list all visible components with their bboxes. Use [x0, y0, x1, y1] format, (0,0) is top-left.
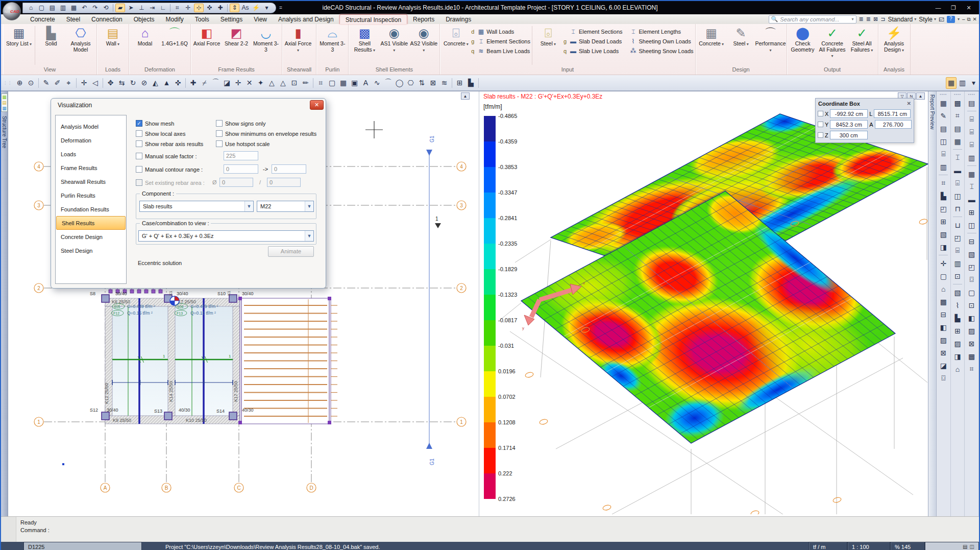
tool-icon-11[interactable]: ⇆: [116, 77, 127, 89]
side-icon-1-9[interactable]: ⊓: [951, 202, 964, 215]
tool-icon-8[interactable]: ◁: [90, 77, 101, 89]
help-icon[interactable]: ?: [947, 16, 955, 23]
side-icon-1-15[interactable]: ⊡: [951, 270, 964, 282]
side-icon-1-6[interactable]: ▬: [951, 164, 964, 177]
side-icon-2-15[interactable]: ◰: [966, 260, 978, 273]
status-scale-cell[interactable]: 1 : 100: [847, 542, 890, 550]
pane-button[interactable]: ▲: [461, 92, 470, 100]
side-icon-0-3[interactable]: ◫: [937, 135, 949, 148]
side-icon-1-19[interactable]: ▙: [951, 312, 964, 324]
side-icon-1-8[interactable]: ◫: [951, 189, 964, 202]
status-icon[interactable]: ◫: [970, 544, 974, 549]
x-coordinate-field[interactable]: -992.92 cm: [830, 109, 868, 118]
report-preview-tab[interactable]: Report Preview: [928, 91, 936, 516]
ribbon-item-concrete[interactable]: ▦Concrete ▾: [697, 25, 726, 47]
tool-icon-12[interactable]: ↻: [128, 77, 138, 89]
dialog-list-item-analysis-model[interactable]: Analysis Model: [56, 119, 126, 133]
side-icon-2-0[interactable]: ▤: [966, 97, 978, 109]
side-icon-2-22[interactable]: ▩: [966, 350, 978, 363]
node-snap-icon[interactable]: ✛: [183, 4, 193, 12]
menu-tab-view[interactable]: View: [248, 14, 273, 24]
minimize-button[interactable]: —: [931, 3, 945, 12]
ribbon-item-beam-live-loads[interactable]: q≋Beam Live Loads: [471, 46, 530, 56]
status-zoom-cell[interactable]: % 145: [890, 542, 925, 550]
grid-snap-icon[interactable]: ⌗: [173, 4, 182, 12]
side-icon-1-18[interactable]: ⌇: [951, 299, 964, 312]
ribbon-item-wall[interactable]: ▤Wall ▾: [99, 25, 127, 47]
save-all-icon[interactable]: ▦: [69, 4, 79, 12]
tool-right-icon-1[interactable]: ▥: [957, 77, 968, 89]
home-icon[interactable]: ⌂: [26, 4, 36, 12]
menu-tab-reports[interactable]: Reports: [407, 14, 440, 24]
ribbon-item-steel[interactable]: ✎Steel ▾: [727, 25, 755, 47]
contour-min-input[interactable]: 0: [224, 164, 258, 174]
manual-scale-input[interactable]: 225: [224, 151, 258, 160]
mdi-button[interactable]: ✕: [973, 16, 977, 22]
mdi-button[interactable]: ⧉: [967, 16, 970, 22]
rebar-area-input[interactable]: 0: [219, 178, 253, 187]
ribbon-item-analysis-design[interactable]: ⚡Analysis Design ▾: [880, 25, 909, 53]
side-icon-2-16[interactable]: ⌼: [966, 273, 978, 286]
side-icon-0-7[interactable]: ⌗: [937, 177, 949, 189]
menu-tab-settings[interactable]: Settings: [215, 14, 248, 24]
side-icon-2-14[interactable]: ▧: [966, 248, 978, 260]
menu-tab-analysis-and-design[interactable]: Analysis and Design: [273, 14, 339, 24]
select-icon[interactable]: ➤: [126, 4, 136, 12]
render-style-icon[interactable]: 🗠: [939, 16, 944, 22]
elevation-icon[interactable]: ⇕: [230, 4, 239, 12]
tool-icon-20[interactable]: ⌒: [210, 77, 221, 89]
ribbon-item-slab-live-loads[interactable]: q▬Slab Live Loads: [564, 46, 623, 56]
tool-icon-1[interactable]: ⊙: [26, 77, 36, 89]
side-icon-2-21[interactable]: ⊠: [966, 337, 978, 350]
tool-right-icon-0[interactable]: ▦: [946, 77, 957, 89]
menu-tab-modify[interactable]: Modify: [160, 14, 189, 24]
tool-icon-43[interactable]: ⊞: [454, 77, 465, 89]
snap-mid-icon[interactable]: ✚: [215, 4, 225, 12]
tool-icon-5[interactable]: ⌖: [63, 77, 74, 89]
tool-icon-19[interactable]: ⌿: [199, 77, 210, 89]
ribbon-item-concrete[interactable]: ⌻Concrete ▾: [442, 25, 470, 47]
extend-icon[interactable]: ⇥: [148, 4, 157, 12]
ribbon-item-element-lengths[interactable]: ⌶Element Lengths: [624, 27, 694, 36]
structure-tree-tab[interactable]: ▦▤▦ Structure Tree: [1, 91, 8, 516]
tool-icon-34[interactable]: A: [360, 77, 371, 89]
manual-contour-checkbox[interactable]: Manual contour range :: [136, 166, 203, 173]
checkbox-show-local-axes[interactable]: Show local axes: [136, 130, 186, 137]
corner-icon[interactable]: ∟: [158, 4, 168, 12]
door-icon[interactable]: ⊐: [880, 16, 885, 22]
tool-icon-26[interactable]: △: [278, 77, 288, 89]
ribbon-collapse-icon[interactable]: =: [279, 5, 282, 11]
redo-icon[interactable]: ↷: [90, 4, 100, 12]
ribbon-item-as1-visible[interactable]: ◉AS1 Visible ▾: [380, 25, 408, 53]
ribbon-item-wall-loads[interactable]: d▦Wall Loads: [471, 27, 530, 36]
tool-icon-38[interactable]: ⎔: [405, 77, 416, 89]
component-select[interactable]: Slab results▼: [139, 201, 254, 212]
tool-icon-14[interactable]: ◭: [150, 77, 161, 89]
dialog-list-item-concrete-design[interactable]: Concrete Design: [56, 230, 126, 244]
restore-button[interactable]: ❐: [946, 3, 961, 12]
dialog-list-item-shell-results[interactable]: Shell Results: [56, 216, 126, 230]
menu-tab-objects[interactable]: Objects: [128, 14, 160, 24]
ribbon-item-slab-dead-loads[interactable]: g▬Slab Dead Loads: [564, 37, 623, 46]
app-logo[interactable]: ideCAD: [3, 2, 21, 20]
layers-icon[interactable]: ≣: [859, 16, 864, 22]
side-icon-2-13[interactable]: ⊟: [966, 235, 978, 248]
ribbon-item-shell-results[interactable]: ▩Shell Results ▾: [350, 25, 379, 53]
side-icon-0-16[interactable]: ⌂: [937, 282, 949, 295]
side-icon-2-20[interactable]: ▨: [966, 324, 978, 337]
tool-icon-10[interactable]: ✥: [105, 77, 116, 89]
snap-lock-icon[interactable]: ⊹: [194, 4, 204, 12]
tool-icon-35[interactable]: ∿: [372, 77, 382, 89]
side-icon-2-9[interactable]: ▬: [966, 193, 978, 206]
ribbon-item-moment-3-3[interactable]: ◡Moment 3-3: [252, 25, 280, 53]
side-icon-2-3[interactable]: ⌸: [966, 126, 978, 138]
ribbon-item-performance[interactable]: ⌒Performance ▾: [756, 25, 785, 53]
side-icon-2-19[interactable]: ◧: [966, 312, 978, 324]
ribbon-item-story-list[interactable]: ▦Story List ▾: [5, 25, 33, 47]
tool-icon-36[interactable]: ⌒: [383, 77, 394, 89]
tool-icon-3[interactable]: ✎: [41, 77, 52, 89]
tool-icon-7[interactable]: ✛: [79, 77, 89, 89]
side-icon-0-12[interactable]: ◨: [937, 241, 949, 253]
as-icon[interactable]: As: [240, 4, 250, 12]
search-dropdown-icon[interactable]: ▾: [852, 17, 854, 21]
